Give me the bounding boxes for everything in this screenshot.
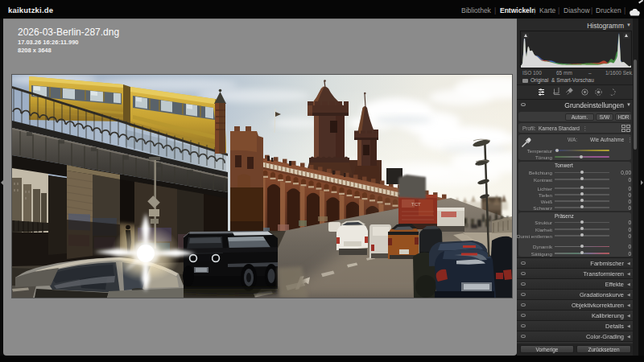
svg-text:TCT: TCT <box>411 202 421 207</box>
